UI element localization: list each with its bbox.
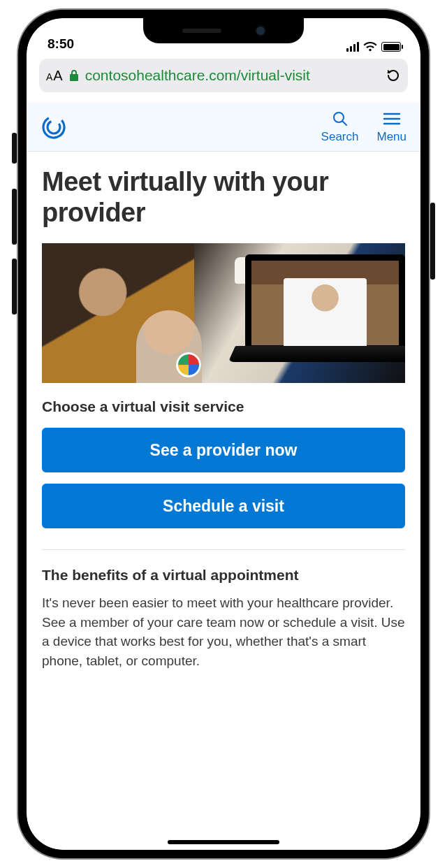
search-button[interactable]: Search — [321, 110, 359, 144]
reader-text-size-button[interactable]: AA — [46, 68, 63, 84]
address-bar[interactable]: AA contosohealthcare.com/virtual-visit — [39, 59, 408, 92]
menu-button[interactable]: Menu — [376, 110, 406, 144]
schedule-visit-button[interactable]: Schedule a visit — [42, 484, 405, 528]
phone-screen: 8:50 AA contosohealthcare.com/v — [27, 18, 420, 850]
cellular-signal-icon — [346, 42, 359, 52]
lock-icon — [68, 69, 80, 82]
svg-point-1 — [45, 118, 62, 136]
phone-frame: 8:50 AA contosohealthcare.com/v — [18, 10, 429, 858]
benefits-title: The benefits of a virtual appointment — [42, 567, 405, 584]
status-time: 8:50 — [47, 36, 74, 52]
wifi-icon — [363, 42, 377, 52]
status-right — [346, 42, 401, 52]
svg-line-3 — [342, 122, 346, 126]
browser-chrome: AA contosohealthcare.com/virtual-visit — [27, 56, 420, 102]
service-section-label: Choose a virtual visit service — [42, 398, 405, 415]
see-provider-now-button[interactable]: See a provider now — [42, 428, 405, 472]
hero-image — [42, 243, 405, 383]
svg-point-0 — [41, 114, 67, 140]
phone-notch — [143, 18, 304, 43]
url-text[interactable]: contosohealthcare.com/virtual-visit — [85, 67, 380, 84]
header-actions: Search Menu — [321, 110, 406, 144]
menu-label: Menu — [376, 130, 406, 144]
search-icon — [332, 110, 349, 127]
benefits-body: It's never been easier to meet with your… — [42, 593, 405, 670]
battery-icon — [381, 42, 401, 52]
phone-silence-switch — [12, 133, 17, 164]
phone-power-button — [430, 203, 435, 280]
phone-volume-down — [12, 259, 17, 314]
page-title: Meet virtually with your provider — [42, 167, 405, 228]
hamburger-icon — [383, 110, 401, 127]
section-divider — [42, 549, 405, 550]
phone-volume-up — [12, 189, 17, 245]
search-label: Search — [321, 130, 359, 144]
phone-speaker — [182, 29, 221, 33]
reload-icon[interactable] — [386, 68, 401, 83]
home-indicator[interactable] — [168, 840, 279, 844]
main-content: Meet virtually with your provider Choose… — [27, 152, 420, 671]
site-logo[interactable] — [41, 114, 67, 140]
phone-front-camera — [256, 27, 265, 35]
site-header: Search Menu — [27, 102, 420, 152]
